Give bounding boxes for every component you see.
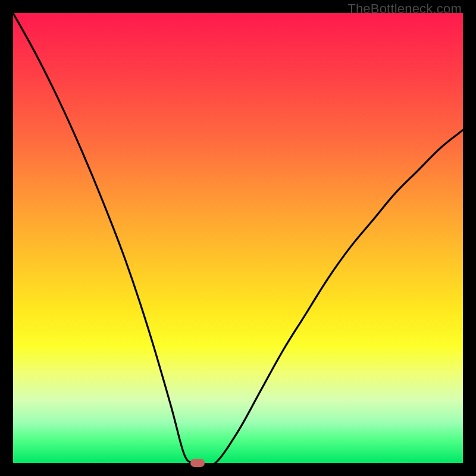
optimal-point-marker bbox=[190, 459, 205, 467]
bottleneck-curve bbox=[13, 13, 463, 463]
chart-plot-area bbox=[13, 13, 463, 463]
watermark-text: TheBottleneck.com bbox=[347, 1, 462, 17]
